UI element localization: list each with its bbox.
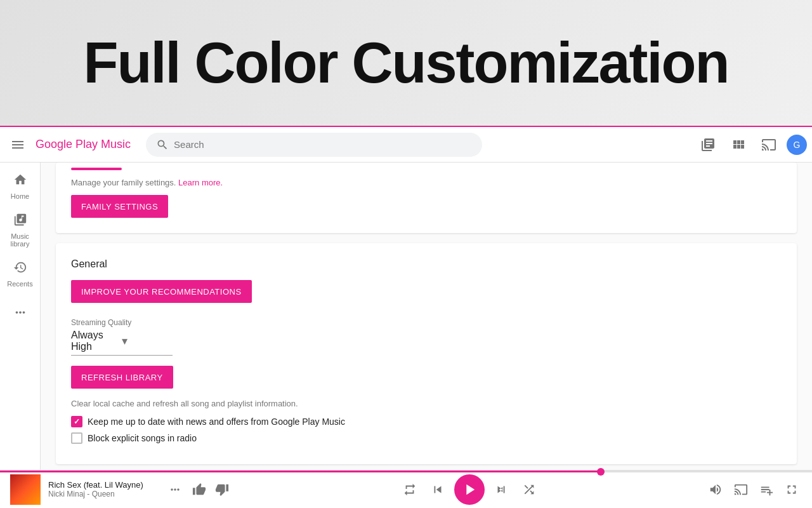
player-album-art — [10, 474, 41, 505]
sidebar-item-home[interactable]: Home — [0, 168, 41, 205]
streaming-quality-select[interactable]: Always High ▾ — [71, 330, 173, 356]
checkbox-newsletter-box[interactable] — [71, 416, 82, 427]
checkbox-explicit[interactable]: Block explicit songs in radio — [71, 432, 782, 444]
streaming-quality-label: Streaming Quality — [71, 318, 782, 327]
sidebar-item-library-label: Music library — [3, 232, 38, 248]
player-bar: Rich Sex (feat. Lil Wayne) Nicki Minaj -… — [0, 470, 812, 508]
user-avatar[interactable]: G — [787, 135, 807, 155]
family-manage-text: Manage your family settings. Learn more. — [71, 178, 782, 187]
sidebar-item-recents-label: Recents — [7, 280, 32, 288]
player-more-button[interactable] — [162, 477, 188, 502]
menu-button[interactable] — [5, 132, 30, 157]
app-logo: Google Play Music — [36, 138, 131, 151]
app-header: Google Play Music G — [0, 127, 812, 163]
refresh-library-button[interactable]: REFRESH LIBRARY — [71, 366, 173, 389]
recents-icon — [13, 260, 27, 277]
home-icon — [13, 173, 27, 190]
sidebar-item-recents[interactable]: Recents — [0, 255, 41, 293]
queue-player-icon[interactable] — [756, 479, 776, 500]
learn-more-link[interactable]: Learn more. — [178, 178, 223, 187]
streaming-quality-value: Always High — [71, 330, 122, 352]
hero-banner: Full Color Customization — [0, 0, 812, 127]
improve-recommendations-button[interactable]: IMPROVE YOUR RECOMMENDATIONS — [71, 280, 252, 303]
player-right-controls — [705, 479, 802, 500]
repeat-button[interactable] — [398, 478, 421, 501]
search-box — [146, 133, 482, 157]
queue-icon[interactable] — [695, 132, 721, 157]
hero-title: Full Color Customization — [84, 30, 729, 96]
family-card: Manage your family settings. Learn more.… — [56, 163, 797, 233]
general-title: General — [71, 258, 782, 270]
player-progress-fill — [0, 471, 601, 472]
header-actions: G — [695, 132, 807, 157]
search-icon — [156, 138, 169, 151]
thumbs-down-button[interactable] — [211, 478, 233, 501]
sidebar-more-button[interactable] — [8, 300, 32, 328]
shuffle-button[interactable] — [518, 478, 540, 501]
checkbox-explicit-box[interactable] — [71, 432, 82, 444]
cast-icon[interactable] — [756, 132, 782, 157]
sidebar: Home Music library Recents — [0, 163, 41, 470]
search-input[interactable] — [174, 139, 472, 150]
sidebar-item-library[interactable]: Music library — [0, 208, 41, 253]
fullscreen-icon[interactable] — [782, 479, 802, 500]
next-button[interactable] — [490, 478, 513, 501]
chevron-down-icon: ▾ — [122, 334, 173, 348]
player-artist: Nicki Minaj - Queen — [48, 490, 162, 498]
checkbox-explicit-label: Block explicit songs in radio — [88, 433, 197, 443]
refresh-desc: Clear local cache and refresh all song a… — [71, 399, 782, 408]
family-bar — [71, 168, 122, 170]
app-body: Home Music library Recents — [0, 163, 812, 470]
thumbs-up-button[interactable] — [188, 478, 211, 501]
checkbox-newsletter[interactable]: Keep me up to date with news and offers … — [71, 416, 782, 427]
cast-player-icon[interactable] — [731, 479, 751, 500]
search-container — [146, 133, 482, 157]
previous-button[interactable] — [426, 478, 449, 501]
general-card: General IMPROVE YOUR RECOMMENDATIONS Str… — [56, 243, 797, 464]
main-content: Manage your family settings. Learn more.… — [41, 163, 812, 470]
grid-icon[interactable] — [726, 132, 751, 157]
player-progress-bar[interactable] — [0, 471, 812, 472]
library-icon — [13, 213, 27, 230]
volume-icon[interactable] — [705, 479, 726, 500]
streaming-quality-field: Streaming Quality Always High ▾ — [71, 318, 782, 356]
checkbox-newsletter-label: Keep me up to date with news and offers … — [88, 417, 345, 427]
play-pause-button[interactable] — [454, 474, 485, 505]
player-song-title: Rich Sex (feat. Lil Wayne) — [48, 480, 162, 490]
player-controls — [233, 474, 705, 505]
player-info: Rich Sex (feat. Lil Wayne) Nicki Minaj -… — [48, 480, 162, 498]
sidebar-item-home-label: Home — [11, 192, 29, 200]
family-settings-button[interactable]: FAMILY SETTINGS — [71, 195, 168, 218]
